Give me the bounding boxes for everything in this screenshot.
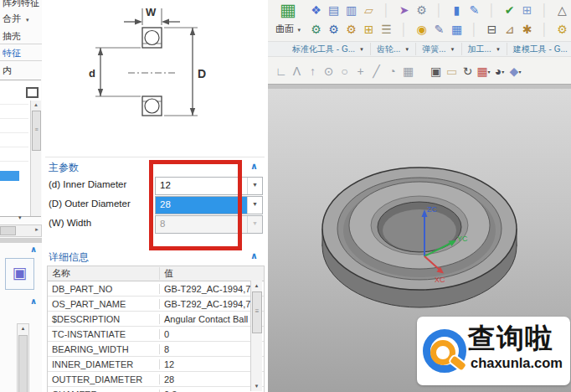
toolbar-icon[interactable]: ⚙ bbox=[343, 21, 359, 39]
chevron-down-icon[interactable]: ▾ bbox=[18, 214, 22, 221]
tool-button[interactable]: ▣ bbox=[5, 258, 34, 290]
menu-item-feature[interactable]: 特征 bbox=[3, 47, 21, 59]
toolbar-icon[interactable]: ▮ bbox=[449, 2, 465, 19]
scrollbar-thumb[interactable]: ≡ bbox=[252, 291, 262, 333]
toolbar-tab[interactable]: 加工... ▼ bbox=[462, 43, 507, 55]
chevron-down-icon[interactable]: ▼ bbox=[496, 47, 501, 52]
collapse-icon[interactable]: ∧ bbox=[250, 161, 258, 172]
column-header-name[interactable]: 名称 bbox=[48, 267, 160, 280]
view-icon[interactable]: ▭ bbox=[444, 63, 460, 80]
chevron-down-icon[interactable]: ▼ bbox=[450, 47, 455, 52]
table-row[interactable]: TC-INSTANTIATE 0 bbox=[48, 327, 264, 342]
list-item[interactable] bbox=[0, 104, 28, 105]
menu-item-shell[interactable]: 抽壳 bbox=[3, 30, 21, 43]
toolbar-icon[interactable]: ⚙ bbox=[554, 21, 570, 39]
table-row[interactable]: OUTTER_DIAMETER 28 bbox=[48, 372, 264, 387]
scroll-right-icon[interactable]: ► bbox=[34, 227, 39, 232]
table-row[interactable]: DB_PART_NO GB-T292_AC-1994,700 bbox=[48, 281, 264, 297]
param-combo[interactable]: 12 ▼ bbox=[155, 177, 263, 195]
scroll-up-icon[interactable]: ▲ bbox=[31, 101, 41, 109]
graphics-viewport[interactable]: ZC YC XC 查询啦 chaxunla.com bbox=[268, 89, 571, 392]
view-icon[interactable]: ▦▾ bbox=[476, 63, 491, 80]
toolbar-icon[interactable]: ▤ bbox=[326, 2, 342, 19]
scrollbar-vertical[interactable]: ▲ bbox=[17, 323, 29, 392]
chevron-down-icon[interactable]: ▼ bbox=[359, 47, 364, 52]
column-header-value[interactable]: 值 bbox=[160, 267, 264, 280]
toolbar-icon[interactable]: ▥ bbox=[343, 2, 359, 19]
toolbar-icon[interactable]: ☰ bbox=[378, 21, 394, 39]
collapse-icon[interactable]: ∧ bbox=[250, 250, 258, 261]
toolbar-icon[interactable]: ✔ bbox=[502, 2, 517, 19]
table-row[interactable]: CHAMFER 0.3 bbox=[48, 387, 264, 392]
snap-icon[interactable]: ↑ bbox=[305, 63, 321, 80]
toolbar-icon[interactable]: │ bbox=[537, 2, 553, 19]
toolbar-icon[interactable]: │ bbox=[431, 2, 447, 19]
toolbar-tab[interactable]: 建模工具 - G... ▼ bbox=[507, 43, 571, 55]
toolbar-icon[interactable]: │ bbox=[484, 2, 500, 19]
snap-icon[interactable]: ⊙ bbox=[321, 63, 337, 80]
toolbar-icon[interactable]: ✎ bbox=[431, 21, 447, 39]
surface-mesh-icon[interactable]: ▦ bbox=[271, 0, 305, 20]
toolbar-icon[interactable]: ✱ bbox=[519, 21, 535, 39]
table-row[interactable]: OS_PART_NAME GB-T292_AC-1994,700 bbox=[48, 297, 264, 312]
chevron-down-icon[interactable]: ▼ bbox=[247, 178, 262, 194]
toolbar-icon[interactable]: │ bbox=[537, 21, 553, 39]
menu-item-pattern-feature[interactable]: 阵列特征 bbox=[3, 0, 39, 9]
snap-icon[interactable]: ▦ bbox=[400, 63, 416, 80]
maximize-icon[interactable] bbox=[26, 87, 39, 98]
menu-item-merge[interactable]: 合并▾ bbox=[3, 13, 29, 25]
param-combo[interactable]: 28 ▼ bbox=[155, 196, 263, 214]
toolbar-icon[interactable]: │ bbox=[378, 2, 394, 19]
list-item[interactable] bbox=[0, 147, 28, 147]
toolbar-icon[interactable]: ▱ bbox=[361, 2, 377, 19]
view-icon[interactable]: ◆▾ bbox=[507, 63, 523, 80]
scrollbar-thumb[interactable] bbox=[0, 226, 16, 235]
chevron-down-icon[interactable]: ▼ bbox=[404, 47, 409, 52]
chevron-down-icon[interactable]: ▾ bbox=[297, 27, 301, 33]
toolbar-icon[interactable]: ⚙ bbox=[414, 2, 430, 19]
param-combo[interactable]: 8 ▼ bbox=[155, 215, 263, 234]
scrollbar-thumb[interactable]: ≡ bbox=[32, 111, 41, 151]
menu-item-partial[interactable]: 内 bbox=[3, 64, 12, 77]
list-item[interactable] bbox=[0, 132, 28, 133]
scrollbar-vertical[interactable]: ▲ ≡ ▼ bbox=[250, 281, 262, 391]
snap-icon[interactable]: ╱ bbox=[368, 63, 384, 80]
chevron-down-icon[interactable]: ▼ bbox=[247, 216, 262, 233]
toolbar-icon[interactable]: ⊞ bbox=[361, 21, 377, 39]
snap-icon[interactable]: ◔ bbox=[384, 63, 400, 80]
toolbar-icon[interactable]: │ bbox=[396, 21, 412, 39]
collapse-icon[interactable]: ∧ bbox=[30, 245, 37, 254]
toolbar-tab[interactable]: 齿轮... ▼ bbox=[371, 43, 416, 55]
toolbar-icon[interactable]: ⊿ bbox=[502, 21, 517, 39]
scroll-up-icon[interactable]: ▲ bbox=[18, 324, 28, 333]
view-icon[interactable]: ▣ bbox=[428, 63, 444, 80]
toolbar-tab[interactable]: 弹簧... ▼ bbox=[416, 43, 461, 55]
list-item[interactable] bbox=[0, 161, 28, 162]
scrollbar-horizontal[interactable]: ► bbox=[0, 224, 42, 237]
table-row[interactable]: BEARING_WIDTH 8 bbox=[48, 342, 264, 357]
toolbar-icon[interactable]: ◉ bbox=[414, 21, 430, 39]
snap-icon[interactable]: ∟ bbox=[273, 63, 289, 80]
selected-list-item[interactable] bbox=[0, 171, 19, 181]
scroll-down-icon[interactable]: ▼ bbox=[251, 381, 262, 391]
toolbar-icon[interactable]: ⊞ bbox=[519, 2, 535, 19]
toolbar-icon[interactable]: ❖ bbox=[308, 2, 324, 19]
toolbar-icon[interactable]: ⚙ bbox=[308, 21, 324, 39]
table-row[interactable]: $DESCRIPTION Angular Contact Ball bbox=[48, 312, 264, 327]
scrollbar-thumb[interactable] bbox=[18, 335, 28, 392]
toolbar-icon[interactable]: △ bbox=[554, 2, 570, 19]
toolbar-icon[interactable]: ▦ bbox=[449, 21, 465, 39]
table-row[interactable]: INNER_DIAMETER 12 bbox=[48, 357, 264, 372]
toolbar-icon[interactable]: ➤ bbox=[396, 2, 412, 19]
collapse-icon[interactable]: ∧ bbox=[30, 297, 37, 306]
scrollbar-vertical[interactable]: ▲ ≡ bbox=[30, 101, 41, 216]
toolbar-icon[interactable]: ⚙ bbox=[326, 21, 342, 39]
view-icon[interactable]: ↻ bbox=[460, 63, 476, 80]
scroll-up-icon[interactable]: ▲ bbox=[251, 281, 262, 291]
snap-icon[interactable]: Λ bbox=[289, 63, 305, 80]
toolbar-tab[interactable]: 标准化工具 - G... ▼ bbox=[286, 43, 371, 55]
snap-icon[interactable]: + bbox=[352, 63, 368, 80]
toolbar-icon[interactable]: ⊟ bbox=[484, 21, 500, 39]
toolbar-icon[interactable]: │ bbox=[466, 21, 482, 39]
list-item[interactable] bbox=[0, 118, 28, 119]
